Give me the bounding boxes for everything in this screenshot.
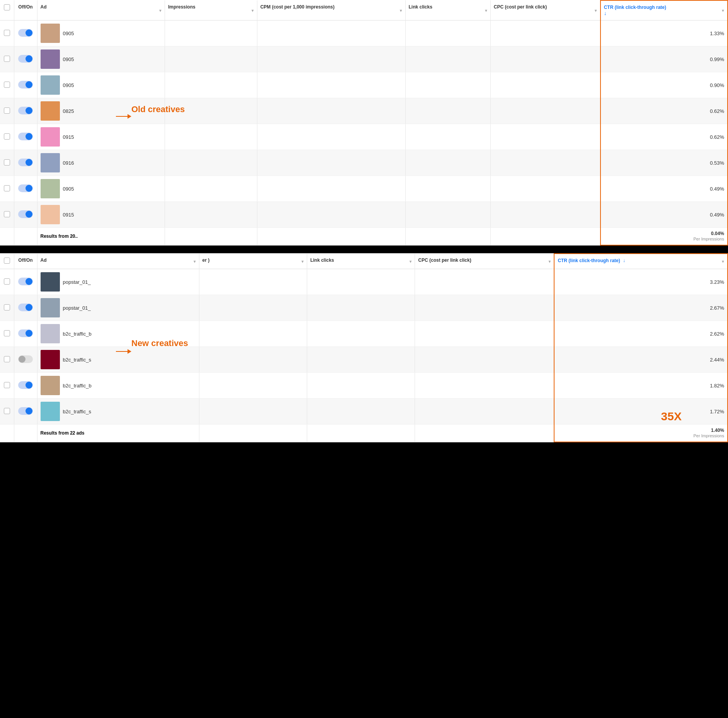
ad-cell: b2c_traffic_b xyxy=(41,376,196,395)
results-cell xyxy=(415,425,555,442)
row-checkbox[interactable] xyxy=(4,356,10,362)
ad-name: b2c_traffic_b xyxy=(63,331,92,337)
ad-thumbnail xyxy=(41,376,60,395)
cpc-cell xyxy=(490,98,600,124)
table-row: 0905 0.49% xyxy=(0,176,728,202)
ctr-cell: 1.72% xyxy=(554,399,728,425)
row-toggle[interactable] xyxy=(18,184,33,192)
impressions-sort-icon[interactable]: ▼ xyxy=(251,8,255,12)
ctr-col-arrow[interactable]: ▼ xyxy=(721,9,725,13)
header2-link-clicks[interactable]: Link clicks ▼ xyxy=(307,254,415,269)
header-cpc[interactable]: CPC (cost per link click) ▼ xyxy=(490,0,600,20)
row-toggle[interactable] xyxy=(18,107,33,114)
row-checkbox[interactable] xyxy=(4,133,10,140)
ad-name: 0915 xyxy=(63,212,74,218)
ctr2-sort-down-icon[interactable]: ↓ xyxy=(623,258,625,263)
row-toggle[interactable] xyxy=(18,355,33,363)
header2-select-all[interactable] xyxy=(0,254,14,269)
ad-name: 0916 xyxy=(63,160,74,166)
ad-cell: 0905 xyxy=(41,75,162,95)
row-checkbox[interactable] xyxy=(4,82,10,88)
row-checkbox[interactable] xyxy=(4,30,10,36)
link-clicks-cell xyxy=(405,98,490,124)
ad-sort-icon[interactable]: ▼ xyxy=(158,8,162,12)
ad-cell: 0916 xyxy=(41,153,162,172)
header2-cpc[interactable]: CPC (cost per link click) ▼ xyxy=(415,254,555,269)
ad-thumbnail xyxy=(41,75,60,95)
row-checkbox[interactable] xyxy=(4,185,10,191)
header-impressions[interactable]: Impressions ▼ xyxy=(165,0,257,20)
section-divider xyxy=(0,249,728,253)
results-cell: Results from 20.. xyxy=(37,228,165,246)
row-toggle[interactable] xyxy=(18,329,33,337)
row-checkbox[interactable] xyxy=(4,330,10,336)
select-all-checkbox[interactable] xyxy=(4,4,10,10)
cpc-cell xyxy=(490,124,600,150)
impressions-cell xyxy=(165,150,257,176)
header-link-clicks[interactable]: Link clicks ▼ xyxy=(405,0,490,20)
cpc-cell xyxy=(415,295,555,321)
row-checkbox[interactable] xyxy=(4,211,10,217)
table-row: popstar_01_ 2.67% xyxy=(0,295,728,321)
row-toggle[interactable] xyxy=(18,29,33,37)
ad-thumbnail xyxy=(41,272,60,292)
link-clicks-cell xyxy=(307,321,415,347)
ad-name: popstar_01_ xyxy=(63,305,91,311)
ad-thumbnail xyxy=(41,153,60,172)
row-toggle[interactable] xyxy=(18,210,33,218)
link-clicks-sort-icon[interactable]: ▼ xyxy=(484,8,488,12)
header2-ctr[interactable]: CTR (link click-through rate) ↓ ▼ xyxy=(554,254,728,269)
cpm-cell xyxy=(257,124,405,150)
row-toggle[interactable] xyxy=(18,159,33,166)
ad-thumbnail xyxy=(41,324,60,343)
table-row: 0825 0.62% xyxy=(0,98,728,124)
link-clicks-cell xyxy=(405,124,490,150)
impressions-cell xyxy=(165,124,257,150)
ad-thumbnail xyxy=(41,24,60,43)
header2-ad[interactable]: Ad ▼ xyxy=(37,254,199,269)
select-all-checkbox-2[interactable] xyxy=(4,258,10,264)
row-toggle[interactable] xyxy=(18,133,33,140)
row-toggle[interactable] xyxy=(18,81,33,89)
cpc-cell xyxy=(415,373,555,399)
cpm2-sort-icon[interactable]: ▼ xyxy=(301,259,304,263)
cpc-sort-icon[interactable]: ▼ xyxy=(594,8,598,12)
ctr-cell: 0.90% xyxy=(600,72,728,98)
row-toggle[interactable] xyxy=(18,381,33,389)
cpc-cell xyxy=(415,399,555,425)
header-cpm[interactable]: CPM (cost per 1,000 impressions) ▼ xyxy=(257,0,405,20)
results-cell xyxy=(405,228,490,246)
header-ad[interactable]: Ad ▼ xyxy=(37,0,165,20)
ad-name: 0905 xyxy=(63,82,74,88)
row-checkbox[interactable] xyxy=(4,56,10,62)
row-toggle[interactable] xyxy=(18,304,33,311)
row-toggle[interactable] xyxy=(18,407,33,415)
cpm-sort-icon[interactable]: ▼ xyxy=(399,8,403,12)
header-select-all[interactable] xyxy=(0,0,14,20)
ad-thumbnail xyxy=(41,402,60,421)
ad-name: b2c_traffic_b xyxy=(63,383,92,389)
row-toggle[interactable] xyxy=(18,278,33,285)
row-checkbox[interactable] xyxy=(4,107,10,114)
cpm-partial-cell xyxy=(199,269,307,295)
ctr2-col-arrow[interactable]: ▼ xyxy=(721,259,725,264)
cpm-cell xyxy=(257,98,405,124)
row-checkbox[interactable] xyxy=(4,159,10,165)
results-cell xyxy=(0,425,14,442)
row-checkbox[interactable] xyxy=(4,382,10,388)
row-toggle[interactable] xyxy=(18,55,33,63)
row-checkbox[interactable] xyxy=(4,278,10,285)
cpc-cell xyxy=(415,269,555,295)
row-checkbox[interactable] xyxy=(4,304,10,310)
ctr-cell: 1.33% xyxy=(600,20,728,46)
link-clicks2-sort-icon[interactable]: ▼ xyxy=(408,259,412,263)
ctr-sort-down-icon[interactable]: ↓ xyxy=(604,10,724,16)
results-cell: Results from 22 ads xyxy=(37,425,199,442)
cpm-partial-cell xyxy=(199,399,307,425)
row-checkbox[interactable] xyxy=(4,408,10,414)
ctr-cell: 0.62% xyxy=(600,124,728,150)
cpc2-sort-icon[interactable]: ▼ xyxy=(548,259,551,263)
ad2-sort-icon[interactable]: ▼ xyxy=(193,259,197,263)
header-ctr[interactable]: CTR (link click-through rate) ↓ ▼ xyxy=(600,0,728,20)
impressions-cell xyxy=(165,20,257,46)
